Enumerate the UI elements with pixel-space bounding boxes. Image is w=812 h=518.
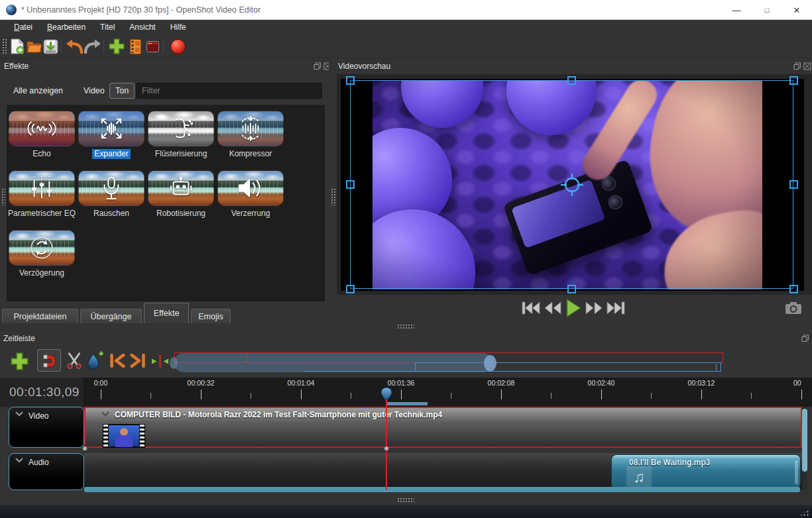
play-button[interactable] [565,299,582,317]
playhead-line[interactable] [386,399,387,490]
menu-datei[interactable]: Datei [7,20,40,34]
transform-handle-bottom-right[interactable] [789,285,798,293]
capture-screenshot-button[interactable] [785,301,802,315]
rewind-button[interactable] [544,300,562,316]
transform-handle-top-right[interactable] [789,76,798,85]
effect-label: Verzögerung [19,268,64,278]
transform-handle-bottom-left[interactable] [346,285,355,293]
undo-button[interactable] [65,37,84,56]
audio-clip[interactable]: 08.I'll Be Waiting.mp3 ♫ [611,454,801,489]
add-marker-button[interactable] [86,351,104,370]
vertical-splitter[interactable] [329,58,337,321]
close-panel-icon[interactable] [803,62,811,70]
transform-origin-target-icon[interactable] [560,173,584,197]
effect-thumbnail[interactable] [148,170,214,206]
effect-thumbnail[interactable] [78,111,145,146]
transform-handle-top-center[interactable] [567,76,576,85]
next-marker-button[interactable] [130,352,147,369]
effect-item-parametrischer-eq[interactable]: Parametrischer EQ [7,170,76,219]
tab-effekte[interactable]: Effekte [144,303,189,323]
menu-hilfe[interactable]: Hilfe [163,20,194,34]
float-panel-icon[interactable] [801,334,809,342]
clip-resize-handle[interactable] [795,460,798,484]
menu-ansicht[interactable]: Ansicht [122,20,162,34]
center-playhead-button[interactable] [151,354,169,369]
playhead-marker[interactable] [380,387,392,403]
float-panel-icon[interactable] [313,62,321,70]
redo-button[interactable] [84,37,102,56]
transform-handle-bottom-center[interactable] [567,285,576,293]
filter-all-button[interactable]: Alle anzeigen [8,83,68,99]
scrubber-bar[interactable] [174,353,493,372]
choose-profile-button[interactable] [126,37,145,56]
video-track-header[interactable]: Video [9,407,84,448]
transform-handle-middle-right[interactable] [789,180,798,189]
enable-snapping-button[interactable] [37,349,61,372]
menu-titel[interactable]: Titel [93,20,122,34]
float-panel-icon[interactable] [793,62,801,70]
clip-handle-dot[interactable] [384,446,389,451]
save-project-button[interactable] [41,37,60,56]
effect-item-fluesterisierung[interactable]: Flüsterisierung [146,111,215,159]
effect-item-robotisierung[interactable]: Robotisierung [146,170,215,219]
chevron-down-icon[interactable] [15,458,23,463]
window-resize-grip[interactable] [799,508,809,517]
transform-handle-top-left[interactable] [346,76,355,85]
tab-emojis[interactable]: Emojis [191,309,231,323]
effect-thumbnail[interactable] [78,170,145,206]
effect-item-verzoegerung[interactable]: Verzögerung [7,230,76,278]
filter-video-button[interactable]: Video [78,83,110,99]
add-track-button[interactable] [11,352,29,370]
maximize-button[interactable]: □ [752,0,782,20]
effect-thumbnail[interactable] [9,111,75,146]
video-stage[interactable] [337,74,812,295]
compress-bars-icon [218,111,283,146]
effect-item-kompressor[interactable]: Kompressor [216,111,285,159]
previous-marker-button[interactable] [108,352,125,369]
jump-to-start-button[interactable] [521,300,541,316]
filter-audio-button[interactable]: Ton [109,83,135,99]
effect-thumbnail[interactable] [217,170,284,206]
jump-to-end-button[interactable] [606,300,626,316]
fullscreen-button[interactable] [143,37,162,56]
timeline-vertical-scrollbar-track[interactable] [802,407,807,490]
menu-bearbeiten[interactable]: Bearbeiten [40,20,93,34]
fast-forward-button[interactable] [585,300,603,316]
tab-uebergaenge[interactable]: Übergänge [80,309,142,323]
toolbar-drag-handle[interactable] [2,38,7,54]
effect-item-verzerrung[interactable]: Verzerrung [216,170,285,219]
effect-item-rauschen[interactable]: Rauschen [77,170,146,219]
audio-track-header[interactable]: Audio [9,453,84,490]
chevron-down-icon[interactable] [101,411,109,417]
timeline-resize-handle[interactable] [397,497,414,503]
openshot-window: * Unbenanntes Projekt [HD 720p 30 fps] -… [0,0,812,518]
razor-button[interactable] [66,352,83,369]
effect-thumbnail[interactable] [9,230,75,266]
export-video-button[interactable] [168,37,187,56]
effect-item-echo[interactable]: Echo [7,111,76,159]
new-project-button[interactable] [8,37,27,56]
effects-filter-input[interactable] [136,83,322,99]
horizontal-splitter-handle[interactable] [397,324,414,329]
chevron-down-icon[interactable] [15,411,23,417]
timeline-ruler[interactable]: 0:0000:00:3200:01:0400:01:3600:02:0800:0… [84,378,812,407]
effect-thumbnail[interactable] [9,170,75,206]
effect-thumbnail[interactable] [148,111,214,146]
transform-handle-middle-left[interactable] [346,180,355,189]
effect-thumbnail[interactable] [217,111,284,146]
close-button[interactable]: ✕ [782,0,812,20]
timeline-zoom-widget[interactable] [174,350,789,375]
screen-icon [146,41,159,52]
timeline-horizontal-scrollbar[interactable] [84,487,800,492]
tab-projektdateien[interactable]: Projektdateien [2,309,78,323]
effect-item-expander[interactable]: Expander [77,111,146,159]
record-circle-icon [170,39,186,54]
import-files-button[interactable] [107,37,126,56]
clip-handle-dot[interactable] [82,446,87,451]
panel-edge-handle[interactable] [1,188,5,205]
splitter-handle[interactable] [331,188,335,205]
minimize-button[interactable]: — [721,0,752,20]
scrubber-right-handle[interactable] [484,355,496,372]
timeline-vertical-scrollbar-thumb[interactable] [802,409,807,472]
video-clip[interactable]: COMPUTER BILD - Motorola Razr 2022 im Te… [84,407,802,448]
